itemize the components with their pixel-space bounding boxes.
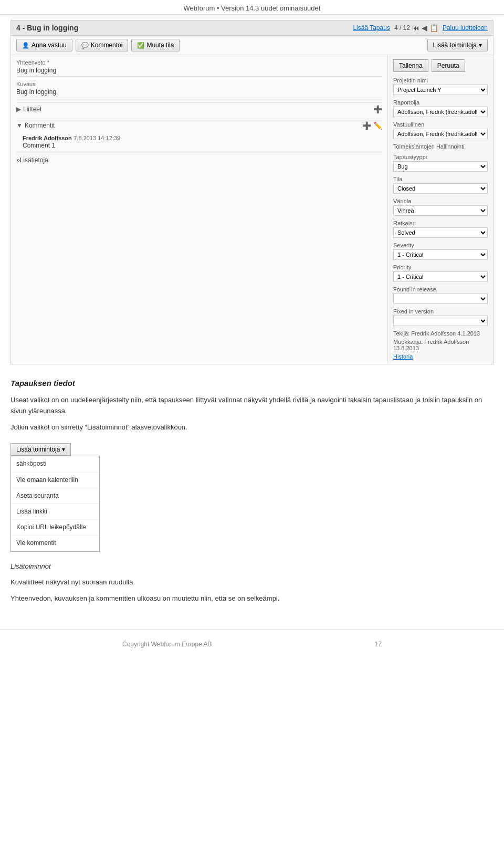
change-status-label: Muuta tila [146,41,174,49]
status-label: Tila [393,176,488,182]
historia-link[interactable]: Historia [393,353,488,360]
creator-info: Tekijä: Fredrik Adolfsson 4.1.2013 [393,330,488,337]
bug-form-header: 4 - Bug in logging Lisää Tapaus 4 / 12 ⏮… [11,20,493,36]
add-actions-label: Lisää toimintoja [433,41,477,49]
event-type-field: Tapaustyyppi Bug [393,154,488,172]
form-right: Tallenna Peruuta Projektin nimi Project … [388,55,493,364]
bug-form-title: 4 - Bug in logging [16,24,78,32]
nav-first-icon[interactable]: ⏮ [412,24,419,32]
paragraph3: Kuvaliitteet näkyvät nyt suoraan ruudull… [10,577,494,588]
attachments-section: ▶ Liitteet ➕ [16,102,382,116]
paragraph1: Useat valikot on on uudelleenjärjestelty… [10,395,494,417]
project-name-field: Projektin nimi Project Launch Y [393,77,488,95]
nav-prev-icon[interactable]: ◀ [422,24,427,32]
color-field: Väribla Vihreä [393,198,488,216]
color-select[interactable]: Vihreä [393,205,488,216]
found-in-release-label: Found in release [393,286,488,292]
solution-field: Ratkaisu Solved [393,220,488,238]
assignments-label: Toimeksiantojen Hallinnointi [393,143,488,150]
add-actions-button[interactable]: Lisää toimintoja ▾ [427,39,488,51]
dropdown-item-4[interactable]: Kopioi URL leikepöydälle [11,520,99,536]
dropdown-item-0[interactable]: sähköposti [11,456,99,472]
text-body: Tapauksen tiedot Useat valikot on on uud… [10,373,494,614]
additional-info-section: » Lisätietoja [16,154,382,166]
change-status-button[interactable]: Muuta tila [131,39,180,51]
dropdown-container: Lisää toimintoja ▾ sähköposti Vie omaan … [10,443,100,551]
assignments-field: Toimeksiantojen Hallinnointi [393,143,488,150]
severity-field: Severity 1 - Critical [393,242,488,260]
color-label: Väribla [393,198,488,204]
creator-value: Fredrik Adolfsson 4.1.2013 [411,330,480,337]
solution-select[interactable]: Solved [393,227,488,238]
dropdown-item-5[interactable]: Vie kommentit [11,536,99,551]
form-left: Yhteenveto * Bug in logging Kuvaus Bug i… [11,55,388,364]
dropdown-item-1[interactable]: Vie omaan kalenteriiin [11,473,99,488]
assign-button[interactable]: Anna vastuu [16,39,72,51]
comment-text: Comment 1 [23,142,382,149]
dropdown-item-3[interactable]: Lisää linkki [11,504,99,520]
found-in-release-select[interactable] [393,294,488,304]
comment-entry: Fredrik Adolfsson 7.8.2013 14:12:39 Comm… [16,132,382,152]
chevron-right-icon: ▶ [16,106,21,113]
person-icon [22,41,29,49]
fixed-in-version-select[interactable] [393,316,488,326]
bug-form: 4 - Bug in logging Lisää Tapaus 4 / 12 ⏮… [10,20,494,364]
reporter-label: Raportoija [393,99,488,106]
comment-button[interactable]: Kommentoi [76,39,129,51]
page-header: Webforum • Version 14.3 uudet ominaisuud… [0,0,504,15]
check-icon [137,41,144,49]
project-name-select[interactable]: Project Launch Y [393,85,488,95]
comments-section: ▼ Kommentit ➕ ✏️ [16,119,382,132]
chevron-down-icon: ▾ [479,41,482,49]
description-value: Bug in logging. [16,88,382,98]
chevron-down-icon-comments: ▼ [16,122,23,129]
cancel-button[interactable]: Peruuta [432,59,465,72]
comment-label: Kommentoi [91,41,123,49]
nav-counter: 4 / 12 [394,24,410,32]
description-label: Kuvaus [16,81,382,87]
page-number: 17 [375,641,382,648]
back-link[interactable]: Paluu luetteloon [443,24,488,32]
priority-select[interactable]: 1 - Critical [393,271,488,282]
modifier-info: Muokkaaja: Fredrik Adolfsson 13.8.2013 [393,339,488,351]
copyright: Copyright Webforum Europe AB [122,641,212,648]
dropdown-menu: sähköposti Vie omaan kalenteriiin Aseta … [10,456,100,551]
comment-author: Fredrik Adolfsson [23,135,72,141]
lisaa-toimintoja-btn[interactable]: Lisää toimintoja ▾ [10,443,71,456]
found-in-release-field: Found in release [393,286,488,304]
responsible-field: Vastuullinen Adolfsson, Fredrik (fredrik… [393,121,488,139]
severity-select[interactable]: 1 - Critical [393,249,488,260]
dropdown-chevron-icon: ▾ [62,446,65,453]
add-comment-icon[interactable]: ➕ [362,121,371,130]
page-footer: Copyright Webforum Europe AB 17 [0,630,504,653]
additional-info-label: Lisätietoja [20,156,48,164]
reporter-select[interactable]: Adolfsson, Fredrik (fredrik.adolfss [393,107,488,117]
solution-label: Ratkaisu [393,220,488,226]
attachment-icons: ➕ [373,105,382,113]
dropdown-item-2[interactable]: Aseta seuranta [11,488,99,504]
status-select[interactable]: Closed [393,183,488,194]
comments-label: Kommentit [25,122,55,129]
severity-label: Severity [393,242,488,248]
edit-comment-icon[interactable]: ✏️ [373,121,382,130]
comment-date: 7.8.2013 14:12:39 [74,135,120,141]
add-attachment-icon[interactable]: ➕ [373,105,382,113]
form-body: Yhteenveto * Bug in logging Kuvaus Bug i… [11,55,493,364]
reporter-field: Raportoija Adolfsson, Fredrik (fredrik.a… [393,99,488,117]
right-actions: Tallenna Peruuta [393,59,488,72]
responsible-select[interactable]: Adolfsson, Fredrik (fredrik.adolfss [393,129,488,139]
project-name-label: Projektin nimi [393,77,488,83]
summary-label: Yhteenveto * [16,59,382,66]
responsible-label: Vastuullinen [393,121,488,128]
chevron-right-icon-add: » [16,156,20,164]
paragraph4: Yhteenvedon, kuvauksen ja kommenttien ul… [10,593,494,604]
add-event-link[interactable]: Lisää Tapaus [353,24,390,32]
nav-next-icon[interactable]: 📋 [429,24,438,32]
status-field: Tila Closed [393,176,488,194]
main-content: 4 - Bug in logging Lisää Tapaus 4 / 12 ⏮… [0,15,504,619]
save-button[interactable]: Tallenna [393,59,428,72]
summary-value: Bug in logging [16,67,382,77]
dropdown-btn-label: Lisää toimintoja [16,446,60,453]
attachments-label: Liitteet [23,106,41,113]
event-type-select[interactable]: Bug [393,161,488,172]
